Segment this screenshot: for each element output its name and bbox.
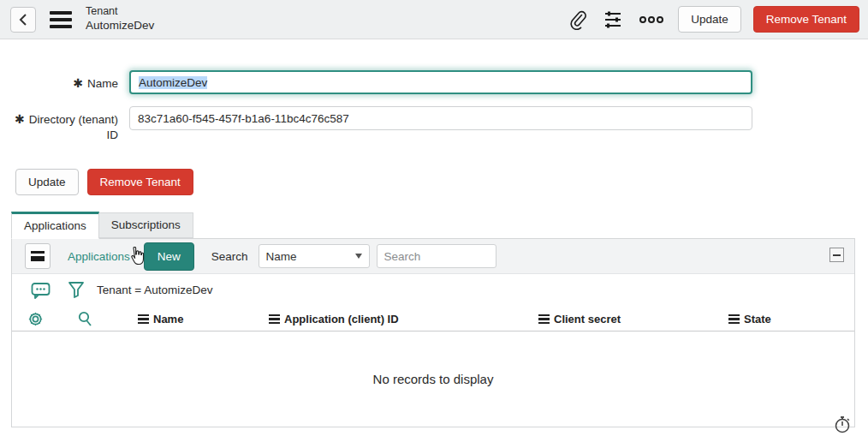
- column-menu-icon: [138, 314, 149, 324]
- name-input-value: AutomizeDev: [139, 76, 207, 89]
- update-button-top[interactable]: Update: [678, 6, 741, 33]
- new-application-button[interactable]: New: [144, 242, 194, 271]
- column-menu-icon: [269, 314, 280, 324]
- chevron-down-icon: [355, 254, 362, 259]
- back-button[interactable]: [10, 7, 36, 33]
- sliders-icon: [603, 9, 623, 30]
- column-menu-icon: [728, 314, 740, 324]
- remove-tenant-button-top[interactable]: Remove Tenant: [753, 6, 859, 33]
- grid-search-button[interactable]: [77, 306, 92, 332]
- name-input[interactable]: AutomizeDev: [129, 70, 752, 94]
- funnel-icon: [68, 281, 85, 300]
- column-menu-icon: [538, 314, 550, 324]
- column-header-name[interactable]: Name: [138, 306, 183, 332]
- filter-button[interactable]: [66, 279, 86, 302]
- grid-settings-button[interactable]: [27, 306, 44, 332]
- search-input[interactable]: [377, 244, 496, 268]
- speech-bubble-icon: [31, 282, 51, 299]
- tenant-page: Tenant AutomizeDev: [0, 0, 868, 442]
- search-column-select[interactable]: Name: [259, 244, 370, 268]
- page-title-kind: Tenant: [86, 5, 154, 19]
- page-title-name: AutomizeDev: [86, 19, 154, 33]
- paperclip-icon: [568, 9, 587, 30]
- column-header-application-id[interactable]: Application (client) ID: [269, 306, 399, 332]
- directory-id-label: ✱Directory (tenant) ID: [0, 106, 118, 143]
- more-options-button[interactable]: [637, 14, 666, 26]
- tenant-form: ✱Name AutomizeDev ✱Directory (tenant) ID: [0, 70, 868, 143]
- remove-tenant-button[interactable]: Remove Tenant: [87, 169, 193, 195]
- tab-applications[interactable]: Applications: [11, 212, 99, 239]
- tab-subscriptions[interactable]: Subscriptions: [99, 212, 193, 238]
- tab-strip: Applications Subscriptions: [11, 212, 868, 238]
- attachments-button[interactable]: [567, 8, 589, 32]
- name-label: ✱Name: [0, 70, 118, 92]
- active-filter-text: Tenant = AutomizeDev: [97, 284, 212, 296]
- stopwatch-icon: [834, 415, 851, 434]
- gear-icon: [27, 311, 44, 327]
- page-title: Tenant AutomizeDev: [86, 5, 154, 33]
- menu-icon[interactable]: [50, 11, 72, 28]
- column-header-client-secret[interactable]: Client secret: [538, 306, 621, 332]
- hamburger-icon: [31, 251, 45, 261]
- minus-icon: [833, 254, 841, 256]
- timer-button[interactable]: [832, 413, 853, 436]
- grid-menu-button[interactable]: [25, 243, 51, 269]
- required-icon: ✱: [73, 76, 83, 90]
- top-bar: Tenant AutomizeDev: [0, 0, 868, 39]
- directory-id-input[interactable]: [129, 106, 752, 130]
- settings-sliders-button[interactable]: [601, 8, 625, 32]
- required-icon: ✱: [15, 112, 25, 126]
- search-icon: [77, 311, 92, 327]
- applications-grid: Applications New Search Name: [11, 238, 855, 427]
- collapse-grid-button[interactable]: [829, 248, 844, 262]
- grid-header-row: Name Application (client) ID Client secr…: [12, 306, 854, 332]
- search-label: Search: [211, 250, 248, 263]
- comment-filter-button[interactable]: [29, 280, 52, 301]
- chevron-left-icon: [18, 14, 28, 26]
- ellipsis-icon: [639, 15, 664, 24]
- update-button[interactable]: Update: [15, 169, 79, 195]
- empty-state-text: No records to display: [12, 332, 854, 426]
- grid-toolbar: Applications New Search Name: [12, 239, 854, 274]
- grid-title: Applications: [68, 250, 130, 263]
- column-header-state[interactable]: State: [728, 306, 771, 332]
- form-actions: Update Remove Tenant: [15, 169, 868, 195]
- search-column-selected: Name: [266, 250, 297, 263]
- filter-row: Tenant = AutomizeDev: [12, 274, 854, 306]
